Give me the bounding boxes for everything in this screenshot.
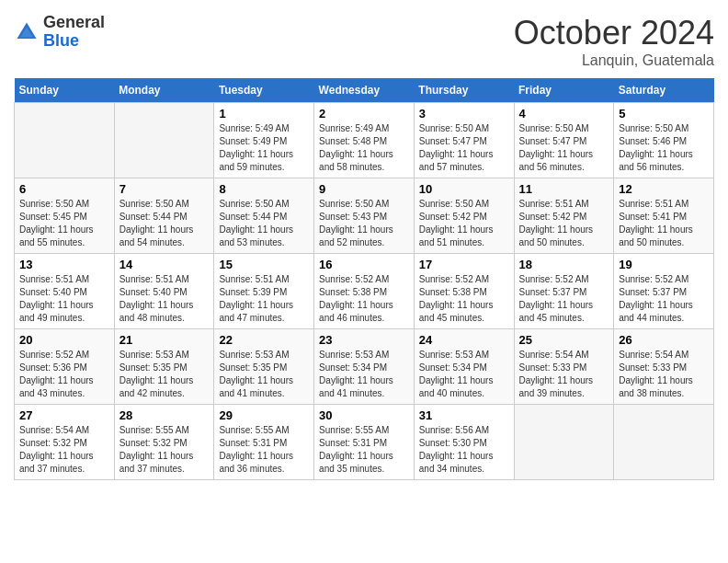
day-number: 4	[519, 107, 609, 121]
day-number: 17	[419, 258, 509, 271]
day-number: 25	[519, 333, 609, 347]
calendar-week-row: 27Sunrise: 5:54 AM Sunset: 5:32 PM Dayli…	[15, 405, 714, 480]
day-info: Sunrise: 5:52 AM Sunset: 5:38 PM Dayligh…	[419, 273, 509, 325]
day-number: 18	[519, 258, 609, 271]
calendar-cell: 1Sunrise: 5:49 AM Sunset: 5:49 PM Daylig…	[214, 103, 314, 178]
day-number: 1	[219, 107, 309, 121]
logo-blue: Blue	[43, 31, 79, 50]
weekday-header-row: SundayMondayTuesdayWednesdayThursdayFrid…	[15, 78, 714, 103]
calendar-cell: 13Sunrise: 5:51 AM Sunset: 5:40 PM Dayli…	[15, 254, 115, 329]
day-info: Sunrise: 5:52 AM Sunset: 5:38 PM Dayligh…	[319, 273, 409, 325]
calendar-cell: 11Sunrise: 5:51 AM Sunset: 5:42 PM Dayli…	[514, 178, 614, 254]
calendar-cell	[514, 405, 614, 480]
calendar-cell: 29Sunrise: 5:55 AM Sunset: 5:31 PM Dayli…	[214, 405, 314, 480]
day-info: Sunrise: 5:50 AM Sunset: 5:46 PM Dayligh…	[619, 122, 709, 174]
calendar-cell: 2Sunrise: 5:49 AM Sunset: 5:48 PM Daylig…	[314, 103, 415, 178]
month-title: October 2024	[514, 14, 714, 52]
day-number: 19	[619, 258, 709, 271]
calendar-cell: 8Sunrise: 5:50 AM Sunset: 5:44 PM Daylig…	[214, 178, 314, 254]
day-info: Sunrise: 5:52 AM Sunset: 5:37 PM Dayligh…	[619, 273, 709, 325]
day-info: Sunrise: 5:50 AM Sunset: 5:47 PM Dayligh…	[519, 122, 609, 174]
day-info: Sunrise: 5:53 AM Sunset: 5:35 PM Dayligh…	[119, 349, 210, 400]
calendar-cell: 6Sunrise: 5:50 AM Sunset: 5:45 PM Daylig…	[15, 178, 115, 254]
day-info: Sunrise: 5:56 AM Sunset: 5:30 PM Dayligh…	[419, 424, 509, 476]
calendar-week-row: 20Sunrise: 5:52 AM Sunset: 5:36 PM Dayli…	[15, 329, 714, 405]
day-number: 14	[119, 258, 210, 271]
calendar-cell: 4Sunrise: 5:50 AM Sunset: 5:47 PM Daylig…	[514, 103, 614, 178]
calendar-week-row: 6Sunrise: 5:50 AM Sunset: 5:45 PM Daylig…	[15, 178, 714, 254]
day-info: Sunrise: 5:53 AM Sunset: 5:34 PM Dayligh…	[319, 349, 409, 400]
calendar-cell: 31Sunrise: 5:56 AM Sunset: 5:30 PM Dayli…	[414, 405, 514, 480]
calendar-cell: 5Sunrise: 5:50 AM Sunset: 5:46 PM Daylig…	[614, 103, 714, 178]
day-info: Sunrise: 5:51 AM Sunset: 5:42 PM Dayligh…	[519, 198, 609, 249]
calendar-cell: 27Sunrise: 5:54 AM Sunset: 5:32 PM Dayli…	[15, 405, 115, 480]
day-info: Sunrise: 5:55 AM Sunset: 5:31 PM Dayligh…	[319, 424, 409, 476]
day-number: 29	[219, 408, 309, 422]
weekday-header: Thursday	[414, 78, 514, 103]
weekday-header: Wednesday	[314, 78, 415, 103]
calendar-cell: 24Sunrise: 5:53 AM Sunset: 5:34 PM Dayli…	[414, 329, 514, 405]
day-number: 12	[619, 182, 709, 196]
day-info: Sunrise: 5:54 AM Sunset: 5:33 PM Dayligh…	[519, 349, 609, 400]
day-info: Sunrise: 5:52 AM Sunset: 5:36 PM Dayligh…	[19, 349, 109, 400]
calendar-cell: 10Sunrise: 5:50 AM Sunset: 5:42 PM Dayli…	[414, 178, 514, 254]
day-info: Sunrise: 5:50 AM Sunset: 5:44 PM Dayligh…	[219, 198, 309, 249]
calendar-cell: 30Sunrise: 5:55 AM Sunset: 5:31 PM Dayli…	[314, 405, 415, 480]
day-number: 6	[19, 182, 109, 196]
day-info: Sunrise: 5:55 AM Sunset: 5:32 PM Dayligh…	[119, 424, 210, 476]
day-info: Sunrise: 5:51 AM Sunset: 5:41 PM Dayligh…	[619, 198, 709, 249]
calendar-cell: 18Sunrise: 5:52 AM Sunset: 5:37 PM Dayli…	[514, 254, 614, 329]
day-number: 3	[419, 107, 509, 121]
calendar-cell: 3Sunrise: 5:50 AM Sunset: 5:47 PM Daylig…	[414, 103, 514, 178]
logo-icon	[14, 19, 40, 45]
calendar-cell	[15, 103, 115, 178]
day-info: Sunrise: 5:50 AM Sunset: 5:43 PM Dayligh…	[319, 198, 409, 249]
day-number: 27	[19, 408, 109, 422]
weekday-header: Tuesday	[214, 78, 314, 103]
day-number: 20	[19, 333, 109, 347]
calendar-cell: 26Sunrise: 5:54 AM Sunset: 5:33 PM Dayli…	[614, 329, 714, 405]
calendar-cell: 15Sunrise: 5:51 AM Sunset: 5:39 PM Dayli…	[214, 254, 314, 329]
calendar-cell: 22Sunrise: 5:53 AM Sunset: 5:35 PM Dayli…	[214, 329, 314, 405]
day-number: 9	[319, 182, 409, 196]
day-number: 10	[419, 182, 509, 196]
day-info: Sunrise: 5:53 AM Sunset: 5:34 PM Dayligh…	[419, 349, 509, 400]
calendar-cell: 28Sunrise: 5:55 AM Sunset: 5:32 PM Dayli…	[114, 405, 214, 480]
calendar-cell: 16Sunrise: 5:52 AM Sunset: 5:38 PM Dayli…	[314, 254, 415, 329]
day-info: Sunrise: 5:54 AM Sunset: 5:33 PM Dayligh…	[619, 349, 709, 400]
day-info: Sunrise: 5:50 AM Sunset: 5:44 PM Dayligh…	[119, 198, 210, 249]
calendar-cell: 19Sunrise: 5:52 AM Sunset: 5:37 PM Dayli…	[614, 254, 714, 329]
day-info: Sunrise: 5:53 AM Sunset: 5:35 PM Dayligh…	[219, 349, 309, 400]
calendar-week-row: 1Sunrise: 5:49 AM Sunset: 5:49 PM Daylig…	[15, 103, 714, 178]
calendar-cell: 9Sunrise: 5:50 AM Sunset: 5:43 PM Daylig…	[314, 178, 415, 254]
day-info: Sunrise: 5:50 AM Sunset: 5:42 PM Dayligh…	[419, 198, 509, 249]
day-number: 31	[419, 408, 509, 422]
day-number: 13	[19, 258, 109, 271]
day-number: 7	[119, 182, 210, 196]
day-info: Sunrise: 5:54 AM Sunset: 5:32 PM Dayligh…	[19, 424, 109, 476]
day-info: Sunrise: 5:52 AM Sunset: 5:37 PM Dayligh…	[519, 273, 609, 325]
calendar-cell: 7Sunrise: 5:50 AM Sunset: 5:44 PM Daylig…	[114, 178, 214, 254]
day-number: 26	[619, 333, 709, 347]
day-number: 22	[219, 333, 309, 347]
page-header: General Blue October 2024 Lanquin, Guate…	[14, 14, 714, 69]
calendar-cell: 21Sunrise: 5:53 AM Sunset: 5:35 PM Dayli…	[114, 329, 214, 405]
day-number: 15	[219, 258, 309, 271]
day-info: Sunrise: 5:51 AM Sunset: 5:39 PM Dayligh…	[219, 273, 309, 325]
day-info: Sunrise: 5:49 AM Sunset: 5:48 PM Dayligh…	[319, 122, 409, 174]
weekday-header: Saturday	[614, 78, 714, 103]
day-number: 28	[119, 408, 210, 422]
weekday-header: Monday	[114, 78, 214, 103]
title-block: October 2024 Lanquin, Guatemala	[514, 14, 714, 69]
day-number: 2	[319, 107, 409, 121]
logo: General Blue	[14, 14, 105, 51]
calendar-cell: 12Sunrise: 5:51 AM Sunset: 5:41 PM Dayli…	[614, 178, 714, 254]
weekday-header: Sunday	[15, 78, 115, 103]
calendar-cell	[114, 103, 214, 178]
day-number: 30	[319, 408, 409, 422]
day-number: 24	[419, 333, 509, 347]
calendar-cell	[614, 405, 714, 480]
day-info: Sunrise: 5:50 AM Sunset: 5:45 PM Dayligh…	[19, 198, 109, 249]
day-info: Sunrise: 5:51 AM Sunset: 5:40 PM Dayligh…	[19, 273, 109, 325]
calendar-cell: 25Sunrise: 5:54 AM Sunset: 5:33 PM Dayli…	[514, 329, 614, 405]
